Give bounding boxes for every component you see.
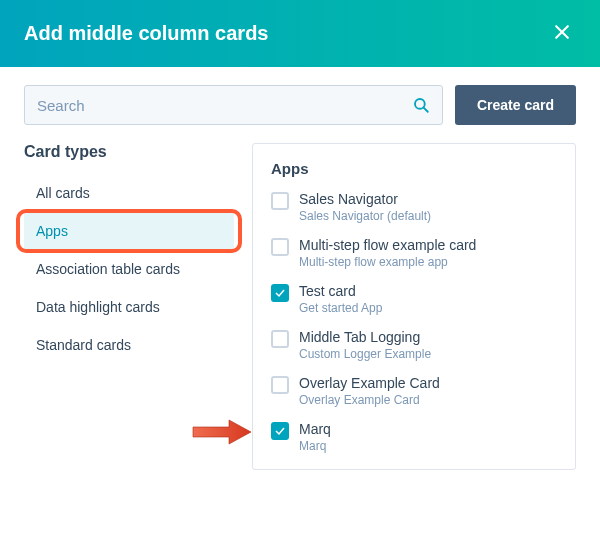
card-checkbox[interactable] bbox=[271, 238, 289, 256]
card-checkbox[interactable] bbox=[271, 330, 289, 348]
card-item[interactable]: Overlay Example CardOverlay Example Card bbox=[271, 375, 557, 407]
card-subtitle: Custom Logger Example bbox=[299, 347, 431, 361]
card-item[interactable]: Sales NavigatorSales Navigator (default) bbox=[271, 191, 557, 223]
card-type-list: All cardsAppsAssociation table cardsData… bbox=[24, 175, 234, 363]
card-checkbox[interactable] bbox=[271, 376, 289, 394]
close-icon bbox=[552, 30, 572, 45]
card-title: Overlay Example Card bbox=[299, 375, 440, 391]
cards-panel: Apps Sales NavigatorSales Navigator (def… bbox=[252, 143, 576, 470]
card-checkbox[interactable] bbox=[271, 422, 289, 440]
card-list: Sales NavigatorSales Navigator (default)… bbox=[271, 191, 557, 453]
panel-heading: Apps bbox=[271, 160, 557, 177]
sidebar-item-label: Association table cards bbox=[36, 261, 180, 277]
card-title: Middle Tab Logging bbox=[299, 329, 431, 345]
svg-line-3 bbox=[423, 107, 427, 111]
sidebar-item-association-table-cards[interactable]: Association table cards bbox=[24, 251, 234, 287]
create-card-button[interactable]: Create card bbox=[455, 85, 576, 125]
search-input[interactable] bbox=[37, 97, 412, 114]
card-item[interactable]: MarqMarq bbox=[271, 421, 557, 453]
card-subtitle: Overlay Example Card bbox=[299, 393, 440, 407]
card-subtitle: Sales Navigator (default) bbox=[299, 209, 431, 223]
card-text: Overlay Example CardOverlay Example Card bbox=[299, 375, 440, 407]
sidebar-item-label: Data highlight cards bbox=[36, 299, 160, 315]
card-text: Sales NavigatorSales Navigator (default) bbox=[299, 191, 431, 223]
modal-title: Add middle column cards bbox=[24, 22, 268, 45]
card-checkbox[interactable] bbox=[271, 192, 289, 210]
sidebar-item-label: Apps bbox=[36, 223, 68, 239]
card-text: Middle Tab LoggingCustom Logger Example bbox=[299, 329, 431, 361]
sidebar-item-apps[interactable]: Apps bbox=[24, 213, 234, 249]
close-button[interactable] bbox=[548, 18, 576, 49]
sidebar-item-all-cards[interactable]: All cards bbox=[24, 175, 234, 211]
content-area: Card types All cardsAppsAssociation tabl… bbox=[0, 133, 600, 470]
card-title: Test card bbox=[299, 283, 382, 299]
modal-header: Add middle column cards bbox=[0, 0, 600, 67]
card-text: Multi-step flow example cardMulti-step f… bbox=[299, 237, 476, 269]
card-item[interactable]: Test cardGet started App bbox=[271, 283, 557, 315]
sidebar-heading: Card types bbox=[24, 143, 234, 161]
card-item[interactable]: Multi-step flow example cardMulti-step f… bbox=[271, 237, 557, 269]
card-title: Marq bbox=[299, 421, 331, 437]
card-item[interactable]: Middle Tab LoggingCustom Logger Example bbox=[271, 329, 557, 361]
sidebar-item-data-highlight-cards[interactable]: Data highlight cards bbox=[24, 289, 234, 325]
search-field-wrap[interactable] bbox=[24, 85, 443, 125]
card-title: Multi-step flow example card bbox=[299, 237, 476, 253]
card-types-sidebar: Card types All cardsAppsAssociation tabl… bbox=[24, 143, 234, 470]
card-subtitle: Multi-step flow example app bbox=[299, 255, 476, 269]
sidebar-item-label: Standard cards bbox=[36, 337, 131, 353]
card-text: MarqMarq bbox=[299, 421, 331, 453]
card-subtitle: Marq bbox=[299, 439, 331, 453]
card-text: Test cardGet started App bbox=[299, 283, 382, 315]
sidebar-item-label: All cards bbox=[36, 185, 90, 201]
card-subtitle: Get started App bbox=[299, 301, 382, 315]
toolbar: Create card bbox=[0, 67, 600, 133]
sidebar-item-standard-cards[interactable]: Standard cards bbox=[24, 327, 234, 363]
search-icon bbox=[412, 96, 430, 114]
card-checkbox[interactable] bbox=[271, 284, 289, 302]
card-title: Sales Navigator bbox=[299, 191, 431, 207]
